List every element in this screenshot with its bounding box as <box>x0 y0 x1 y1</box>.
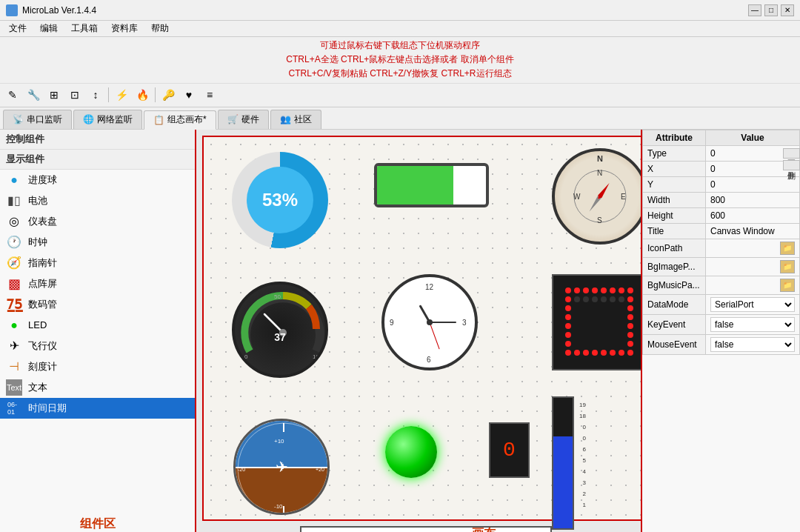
widget-progress-ball[interactable]: 53% <box>232 152 328 248</box>
attr-value-height[interactable] <box>710 210 795 221</box>
svg-text:3: 3 <box>462 319 467 327</box>
attr-value-title[interactable] <box>710 226 795 236</box>
toolbar-btn-transfer[interactable]: ↕ <box>86 86 105 104</box>
toolbar-btn-box[interactable]: ⊡ <box>65 86 84 104</box>
component-led[interactable]: ● LED <box>0 315 195 336</box>
component-scale[interactable]: ⊣ 刻度计 <box>0 356 195 377</box>
component-battery[interactable]: ▮▯ 电池 <box>0 190 195 211</box>
component-progress[interactable]: ● 进度球 <box>0 170 195 190</box>
minimize-button[interactable]: — <box>748 4 761 16</box>
component-compass[interactable]: 🧭 指南针 <box>0 253 195 273</box>
attr-value-y[interactable] <box>710 179 795 190</box>
announcement-line3: CTRL+C/V复制粘贴 CTRL+Z/Y撤恢复 CTRL+R运行组态 <box>7 67 793 81</box>
svg-text:+10: +10 <box>274 438 284 445</box>
canvas-scroll[interactable]: 53% N <box>196 130 641 532</box>
attr-label-x: X <box>643 161 706 176</box>
bgmusicpath-browse-button[interactable]: 📁 <box>780 279 795 292</box>
attr-value-keyevent[interactable]: false true <box>710 317 795 332</box>
widget-gauge[interactable]: 0 50 100 37 <box>232 282 328 378</box>
menu-library[interactable]: 资料库 <box>105 21 144 36</box>
component-attitude[interactable]: ✈ 飞行仪 <box>0 336 195 356</box>
component-text-label: 文本 <box>28 381 47 394</box>
toolbar-btn-menu[interactable]: ≡ <box>200 86 219 104</box>
component-list: ● 进度球 ▮▯ 电池 ◎ 仪表盘 🕐 时钟 🧭 指南针 ▩ 点阵屏 <box>0 170 195 511</box>
widget-compass[interactable]: N N S W E <box>552 148 641 245</box>
attr-value-type[interactable] <box>710 148 795 159</box>
toolbar-btn-grid[interactable]: ⊞ <box>44 86 64 104</box>
widget-led-light[interactable] <box>385 426 444 485</box>
svg-rect-35 <box>619 350 624 356</box>
svg-rect-27 <box>619 287 624 293</box>
svg-rect-52 <box>601 296 607 302</box>
attr-row-bgimagepath: BgImageP... 📁 <box>643 257 800 276</box>
toolbar-btn-settings[interactable]: 🔧 <box>24 86 43 104</box>
widget-led-matrix[interactable] <box>552 274 641 370</box>
section-header-display[interactable]: 显示组件 <box>0 150 195 170</box>
component-zone-label: 组件区 <box>0 511 195 532</box>
menu-help[interactable]: 帮助 <box>145 21 175 36</box>
digital-value: 0 <box>503 439 516 462</box>
svg-rect-44 <box>627 305 633 311</box>
svg-rect-40 <box>565 323 571 329</box>
toolbar-btn-heart[interactable]: ♥ <box>179 86 199 104</box>
tab-hardware-label: 硬件 <box>241 113 259 126</box>
component-matrix[interactable]: ▩ 点阵屏 <box>0 273 195 294</box>
component-datetime[interactable]: 06-01 时间日期 <box>0 398 195 419</box>
attr-row-x: X <box>643 161 800 176</box>
component-text[interactable]: Text 文本 <box>0 377 195 398</box>
tab-community[interactable]: 👥 社区 <box>270 110 321 129</box>
attr-value-width[interactable] <box>710 195 795 205</box>
tab-hardware[interactable]: 🛒 硬件 <box>218 110 269 129</box>
attr-value-x[interactable] <box>710 164 795 174</box>
gauge-icon: ◎ <box>6 213 22 230</box>
svg-rect-31 <box>583 350 589 356</box>
tab-network[interactable]: 🌐 网络监听 <box>73 110 142 129</box>
toolbar-btn-key[interactable]: 🔑 <box>159 86 178 104</box>
widget-battery[interactable] <box>374 163 500 222</box>
attr-label-width: Width <box>643 192 706 207</box>
component-seg7[interactable]: 7̲5̲ 数码管 <box>0 294 195 315</box>
side-buttons-area: 调正 删件 <box>783 148 800 170</box>
toolbar-btn-edit[interactable]: ✎ <box>3 86 22 104</box>
attr-row-title: Title <box>643 223 800 239</box>
side-btn-delete[interactable]: 删件 <box>783 160 800 170</box>
widget-clock[interactable]: 12 3 6 9 <box>381 274 478 370</box>
svg-rect-29 <box>565 350 571 356</box>
attr-value-mouseevent[interactable]: false true <box>710 337 795 352</box>
tab-canvas[interactable]: 📋 组态画布* <box>144 110 216 130</box>
widget-digital-display[interactable]: 0 <box>489 422 533 482</box>
widget-thermometer[interactable]: 19 18 0 0 6 5 4 3 2 1 <box>552 396 589 532</box>
widget-attitude[interactable]: ✈ -10 +10 -20 +20 <box>233 419 330 515</box>
svg-rect-46 <box>627 323 633 329</box>
menu-tools[interactable]: 工具箱 <box>65 21 104 36</box>
attr-value-datamode[interactable]: SerialPort Network <box>710 297 795 312</box>
svg-text:E: E <box>621 193 626 201</box>
toolbar-btn-power[interactable]: ⚡ <box>112 86 131 104</box>
attr-value-iconpath[interactable] <box>710 243 779 253</box>
attr-value-bgmusicpath[interactable] <box>710 280 779 290</box>
attr-label-height: Height <box>643 207 706 223</box>
svg-marker-5 <box>596 182 611 201</box>
menu-file[interactable]: 文件 <box>3 21 33 36</box>
main-layout: 控制组件 显示组件 ● 进度球 ▮▯ 电池 ◎ 仪表盘 🕐 时钟 🧭 指南针 <box>0 130 800 532</box>
svg-rect-39 <box>565 314 571 320</box>
svg-text:12: 12 <box>425 283 434 291</box>
tab-serial-label: 串口监听 <box>27 113 62 126</box>
component-clock[interactable]: 🕐 时钟 <box>0 232 195 253</box>
announcement-banner: 可通过鼠标右键下载组态下位机驱动程序 CTRL+A全选 CTRL+鼠标左键点击选… <box>0 37 800 84</box>
iconpath-browse-button[interactable]: 📁 <box>780 242 795 255</box>
svg-rect-50 <box>583 296 589 302</box>
attr-value-bgimagepath[interactable] <box>710 262 779 272</box>
widget-datetime[interactable]: 2020-07-03 15 03 09 <box>300 526 552 532</box>
toolbar-btn-fire[interactable]: 🔥 <box>133 86 152 104</box>
component-gauge[interactable]: ◎ 仪表盘 <box>0 211 195 232</box>
tab-serial[interactable]: 📡 串口监听 <box>3 110 72 129</box>
close-button[interactable]: ✕ <box>781 4 794 16</box>
maximize-button[interactable]: □ <box>764 4 778 16</box>
section-header-control[interactable]: 控制组件 <box>0 130 195 150</box>
menu-edit[interactable]: 编辑 <box>34 21 64 36</box>
svg-text:0: 0 <box>244 353 248 360</box>
canvas-container[interactable]: 53% N <box>202 136 641 521</box>
bgimagepath-browse-button[interactable]: 📁 <box>780 260 795 273</box>
side-btn-adjust[interactable]: 调正 <box>783 148 800 159</box>
